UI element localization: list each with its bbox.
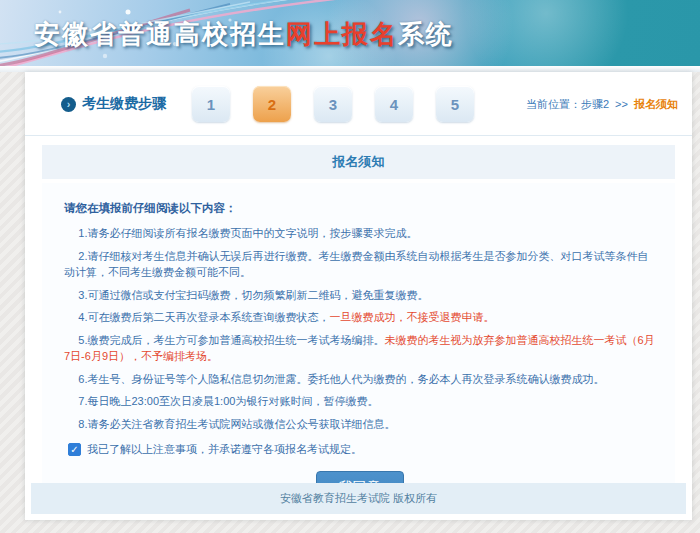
notice-body: 请您在填报前仔细阅读以下内容： 1.请务必仔细阅读所有报名缴费页面中的文字说明，… bbox=[42, 183, 675, 511]
agreement-row: 我已了解以上注意事项，并承诺遵守各项报名考试规定。 bbox=[64, 442, 655, 457]
notice-item-text: 6.考生号、身份证号等个人隐私信息切勿泄露。委托他人代为缴费的，务必本人再次登录… bbox=[78, 373, 604, 385]
arrow-circle-icon: › bbox=[61, 97, 76, 112]
notice-item-8: 8.请务必关注省教育招生考试院网站或微信公众号获取详细信息。 bbox=[64, 416, 655, 433]
step-box: 4 bbox=[375, 86, 413, 122]
notice-intro: 请您在填报前仔细阅读以下内容： bbox=[64, 201, 655, 216]
title-part2: 系统 bbox=[398, 19, 454, 49]
notice-item-text: 8.请务必关注省教育招生考试院网站或微信公众号获取详细信息。 bbox=[78, 418, 395, 430]
page-title: 安徽省普通高校招生网上报名系统 bbox=[34, 17, 454, 52]
breadcrumb-separator: >> bbox=[615, 98, 628, 110]
breadcrumb-step: 步骤2 bbox=[581, 98, 609, 110]
notice-item-2: 2.请仔细核对考生信息并确认无误后再进行缴费。考生缴费金额由系统自动根据考生是否… bbox=[64, 248, 655, 281]
notice-item-7: 7.每日晚上23:00至次日凌晨1:00为银行对账时间，暂停缴费。 bbox=[64, 393, 655, 410]
notice-item-6: 6.考生号、身份证号等个人隐私信息切勿泄露。委托他人代为缴费的，务必本人再次登录… bbox=[64, 371, 655, 388]
notice-item-text: 3.可通过微信或支付宝扫码缴费，切勿频繁刷新二维码，避免重复缴费。 bbox=[78, 289, 428, 301]
title-highlight: 网上报名 bbox=[286, 19, 398, 49]
notice-item-red-text: 一旦缴费成功，不接受退费申请。 bbox=[329, 311, 494, 323]
agreement-label: 我已了解以上注意事项，并承诺遵守各项报名考试规定。 bbox=[87, 442, 362, 457]
main-panel: › 考生缴费步骤 1 2 3 4 5 当前位置：步骤2 >> 报名须知 报名须知… bbox=[25, 72, 692, 520]
footer-copyright: 安徽省教育招生考试院 版权所有 bbox=[31, 483, 686, 514]
step-box: 1 bbox=[192, 86, 230, 122]
step-box: 2 bbox=[253, 86, 291, 122]
notice-item-text: 2.请仔细核对考生信息并确认无误后再进行缴费。考生缴费金额由系统自动根据考生是否… bbox=[64, 250, 648, 279]
title-part1: 安徽省普通高校招生 bbox=[34, 19, 286, 49]
page-banner: 安徽省普通高校招生网上报名系统 bbox=[0, 0, 700, 66]
notice-item-4: 4.可在缴费后第二天再次登录本系统查询缴费状态，一旦缴费成功，不接受退费申请。 bbox=[64, 309, 655, 326]
breadcrumb-label: 当前位置： bbox=[526, 98, 581, 110]
step-box: 3 bbox=[314, 86, 352, 122]
notice-item-text: 7.每日晚上23:00至次日凌晨1:00为银行对账时间，暂停缴费。 bbox=[78, 395, 378, 407]
step-section-label: › 考生缴费步骤 bbox=[61, 95, 166, 113]
notice-item-3: 3.可通过微信或支付宝扫码缴费，切勿频繁刷新二维码，避免重复缴费。 bbox=[64, 287, 655, 304]
breadcrumb-current: 报名须知 bbox=[634, 98, 678, 110]
step-bar: › 考生缴费步骤 1 2 3 4 5 当前位置：步骤2 >> 报名须知 bbox=[25, 72, 692, 136]
notice-item-1: 1.请务必仔细阅读所有报名缴费页面中的文字说明，按步骤要求完成。 bbox=[64, 225, 655, 242]
step-section-label-text: 考生缴费步骤 bbox=[82, 95, 166, 113]
notice-title: 报名须知 bbox=[42, 145, 675, 179]
agreement-checkbox[interactable] bbox=[68, 443, 81, 456]
step-indicator: 1 2 3 4 5 bbox=[192, 86, 474, 122]
breadcrumb: 当前位置：步骤2 >> 报名须知 bbox=[526, 97, 678, 112]
notice-item-text: 1.请务必仔细阅读所有报名缴费页面中的文字说明，按步骤要求完成。 bbox=[78, 227, 417, 239]
notice-item-5: 5.缴费完成后，考生方可参加普通高校招生统一考试考场编排。未缴费的考生视为放弃参… bbox=[64, 332, 655, 365]
step-box: 5 bbox=[436, 86, 474, 122]
notice-item-text: 4.可在缴费后第二天再次登录本系统查询缴费状态， bbox=[78, 311, 329, 323]
notice-item-text: 5.缴费完成后，考生方可参加普通高校招生统一考试考场编排。 bbox=[78, 334, 384, 346]
